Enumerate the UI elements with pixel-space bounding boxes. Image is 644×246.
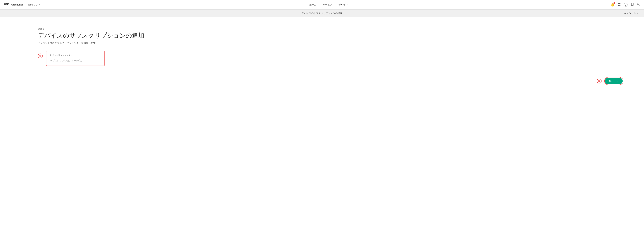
section-divider xyxy=(38,73,630,73)
nav-item-device[interactable]: デバイス xyxy=(338,2,348,7)
tenant-selector[interactable]: demo GLP ▾ xyxy=(28,3,40,6)
apps-icon[interactable] xyxy=(618,3,620,7)
annotation-1: ① xyxy=(38,53,43,58)
hpe-text: HPE xyxy=(4,3,9,5)
help-icon[interactable]: ? xyxy=(624,3,628,7)
step-label: Step 1 xyxy=(38,27,630,30)
notification-badge xyxy=(614,2,615,4)
main-nav: ホーム サービス デバイス xyxy=(47,2,611,7)
page-title: デバイスのサブスクリプションの追加 xyxy=(38,31,630,40)
subheader-title: デバイスのサブスクリプションの追加 xyxy=(216,12,428,15)
cancel-label: キャンセル xyxy=(624,12,636,15)
subheader-spacer-right: キャンセル × xyxy=(428,12,638,15)
footer-actions: ② Next → xyxy=(38,77,630,85)
svg-rect-2 xyxy=(618,5,619,6)
topnav-icons: 🔔 ? xyxy=(611,3,640,7)
cancel-icon: × xyxy=(637,12,638,15)
cancel-button[interactable]: キャンセル × xyxy=(624,12,638,15)
main-content: Step 1 デバイスのサブスクリプションの追加 インベントリにサブスクリプショ… xyxy=(0,17,644,246)
svg-rect-0 xyxy=(618,3,619,4)
user-icon[interactable] xyxy=(637,3,640,7)
tenant-name: demo GLP xyxy=(28,3,38,6)
field-label: サブスクリプションキー xyxy=(50,54,101,57)
annotation-2: ② xyxy=(597,79,602,83)
subscription-key-input[interactable] xyxy=(50,58,101,63)
subheader-bar: デバイスのサブスクリプションの追加 キャンセル × xyxy=(0,9,644,17)
svg-rect-1 xyxy=(620,3,620,4)
brand-logo[interactable]: HPE GreenLake xyxy=(4,3,23,6)
page-subtitle: インベントリにサブスクリプションキーを追加します。 xyxy=(38,41,630,45)
form-section: ① サブスクリプションキー xyxy=(38,51,630,66)
hpe-logo-mark: HPE xyxy=(4,3,10,6)
hpe-logo-bar xyxy=(4,6,10,6)
next-label: Next xyxy=(609,80,614,83)
svg-rect-4 xyxy=(631,3,633,5)
next-arrow-icon: → xyxy=(616,79,618,83)
greenlake-label: GreenLake xyxy=(11,3,23,6)
book-icon[interactable] xyxy=(630,3,634,7)
chevron-down-icon: ▾ xyxy=(39,4,40,6)
svg-rect-3 xyxy=(620,5,620,6)
next-button-wrapper: Next → xyxy=(604,77,623,85)
next-button[interactable]: Next → xyxy=(605,78,623,84)
nav-item-home[interactable]: ホーム xyxy=(309,2,316,7)
notification-icon[interactable]: 🔔 xyxy=(611,3,614,7)
top-navigation: HPE GreenLake demo GLP ▾ ホーム サービス デバイス 🔔… xyxy=(0,0,644,9)
subscription-key-field-group: サブスクリプションキー xyxy=(46,51,104,66)
nav-item-service[interactable]: サービス xyxy=(323,2,332,7)
